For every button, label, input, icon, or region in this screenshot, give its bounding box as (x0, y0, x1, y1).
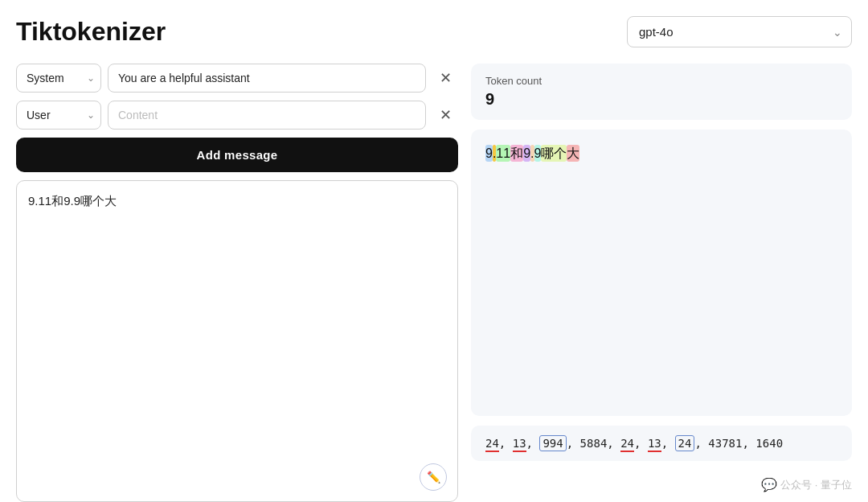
watermark: 💬 公众号 · 量子位 (471, 471, 852, 502)
main-content: System User Assistant ⌄ ✕ User System (16, 64, 852, 502)
token-id-sep-2: , (567, 437, 580, 450)
token-id-4: 24 (620, 437, 634, 452)
system-role-select[interactable]: System User Assistant (16, 64, 101, 93)
token-count-value: 9 (485, 90, 837, 109)
model-select[interactable]: gpt-4o gpt-4 gpt-3.5-turbo text-davinci-… (627, 16, 852, 47)
system-message-row: System User Assistant ⌄ ✕ (16, 64, 458, 93)
token-id-sep-0: , (499, 437, 513, 450)
token-2: 11 (496, 145, 510, 162)
token-visual-box: 9.11和9.9哪个大 (471, 130, 852, 416)
token-id-5: 13 (648, 437, 661, 452)
token-ids-box: 24, 13, 994, 5884, 24, 13, 24, 43781, 16… (471, 426, 852, 461)
user-message-input[interactable] (108, 101, 426, 130)
token-4: 9 (523, 145, 530, 162)
close-icon: ✕ (440, 69, 452, 87)
token-visual-content: 9.11和9.9哪个大 (485, 142, 837, 166)
system-message-close-button[interactable]: ✕ (432, 65, 458, 91)
token-count-box: Token count 9 (471, 64, 852, 120)
token-5: . (530, 145, 534, 162)
token-3: 和 (510, 145, 523, 162)
app-title: Tiktokenizer (16, 17, 166, 47)
token-id-3: 5884 (580, 437, 608, 450)
token-id-8: 1640 (755, 437, 783, 450)
textarea-wrapper: 9.11和9.9哪个大 ✏️ (16, 180, 458, 502)
user-role-wrapper: User System Assistant ⌄ (16, 101, 101, 130)
user-message-close-button[interactable]: ✕ (432, 102, 458, 128)
left-panel: System User Assistant ⌄ ✕ User System (16, 64, 458, 502)
watermark-text: 公众号 · 量子位 (780, 478, 852, 492)
token-id-sep-7: , (742, 437, 755, 450)
token-8: 大 (567, 145, 579, 162)
token-0: 9 (485, 145, 493, 162)
top-bar: Tiktokenizer gpt-4o gpt-4 gpt-3.5-turbo … (16, 16, 852, 47)
right-panel: Token count 9 9.11和9.9哪个大 24, 13, 994, 5… (471, 64, 852, 502)
system-role-wrapper: System User Assistant ⌄ (16, 64, 101, 93)
model-select-wrapper: gpt-4o gpt-4 gpt-3.5-turbo text-davinci-… (627, 16, 852, 47)
token-id-sep-4: , (634, 437, 648, 450)
token-id-1: 13 (513, 437, 526, 452)
system-message-input[interactable] (108, 64, 426, 93)
token-id-sep-1: , (526, 437, 540, 450)
token-id-sep-5: , (661, 437, 675, 450)
token-7: 哪个 (541, 145, 567, 162)
token-id-2: 994 (539, 435, 566, 451)
edit-icon: ✏️ (427, 471, 440, 483)
user-message-row: User System Assistant ⌄ ✕ (16, 101, 458, 130)
add-message-button[interactable]: Add message (16, 138, 458, 172)
token-count-label: Token count (485, 75, 837, 87)
token-id-6: 24 (675, 435, 695, 451)
edit-icon-button[interactable]: ✏️ (420, 463, 447, 491)
wechat-icon: 💬 (761, 477, 777, 492)
user-role-select[interactable]: User System Assistant (16, 101, 101, 130)
token-id-7: 43781 (708, 437, 742, 450)
close-icon: ✕ (440, 106, 452, 124)
token-id-0: 24 (485, 437, 499, 452)
main-textarea[interactable]: 9.11和9.9哪个大 (16, 180, 458, 502)
token-id-sep-6: , (694, 437, 708, 450)
token-id-sep-3: , (607, 437, 620, 450)
token-ids-content: 24, 13, 994, 5884, 24, 13, 24, 43781, 16… (485, 437, 837, 450)
